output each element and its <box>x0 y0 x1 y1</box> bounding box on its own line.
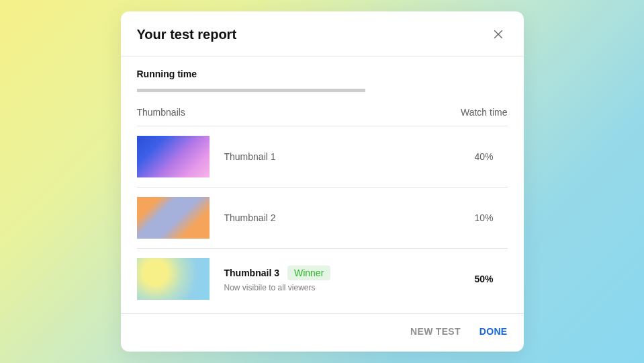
thumbnail-name: Thumbnail 3 <box>224 268 279 278</box>
watch-time-column-label: Watch time <box>461 107 508 118</box>
thumbnail-preview[interactable] <box>137 136 210 177</box>
test-report-modal: Your test report Running time Thumbnails… <box>121 11 524 352</box>
watch-time-value: 50% <box>461 274 508 284</box>
running-time-label: Running time <box>137 69 508 79</box>
modal-body: Running time Thumbnails Watch time Thumb… <box>121 56 524 309</box>
thumbnail-name-row: Thumbnail 3 Winner <box>224 266 446 280</box>
close-button[interactable] <box>489 25 508 44</box>
watch-time-value: 10% <box>461 212 508 223</box>
columns-header: Thumbnails Watch time <box>137 107 508 126</box>
modal-footer: NEW TEST DONE <box>121 313 524 352</box>
new-test-button[interactable]: NEW TEST <box>410 323 461 339</box>
thumbnails-column-label: Thumbnails <box>137 107 185 118</box>
thumbnail-info: Thumbnail 2 <box>224 212 446 223</box>
thumbnail-row: Thumbnail 1 40% <box>137 126 508 187</box>
running-time-progress <box>137 89 365 92</box>
winner-badge: Winner <box>287 266 330 280</box>
thumbnail-preview[interactable] <box>137 258 210 300</box>
close-icon <box>492 28 505 41</box>
watch-time-value: 40% <box>461 151 508 162</box>
thumbnail-info: Thumbnail 1 <box>224 151 446 162</box>
thumbnail-row: Thumbnail 3 Winner Now visibile to all v… <box>137 248 508 309</box>
thumbnail-name: Thumbnail 1 <box>224 151 446 162</box>
done-button[interactable]: DONE <box>479 323 508 339</box>
modal-title: Your test report <box>137 27 237 42</box>
thumbnail-name: Thumbnail 2 <box>224 212 446 223</box>
thumbnail-row: Thumbnail 2 10% <box>137 187 508 248</box>
thumbnail-preview[interactable] <box>137 197 210 239</box>
modal-header: Your test report <box>121 11 524 56</box>
thumbnail-info: Thumbnail 3 Winner Now visibile to all v… <box>224 266 446 292</box>
thumbnail-subtext: Now visibile to all viewers <box>224 283 446 292</box>
